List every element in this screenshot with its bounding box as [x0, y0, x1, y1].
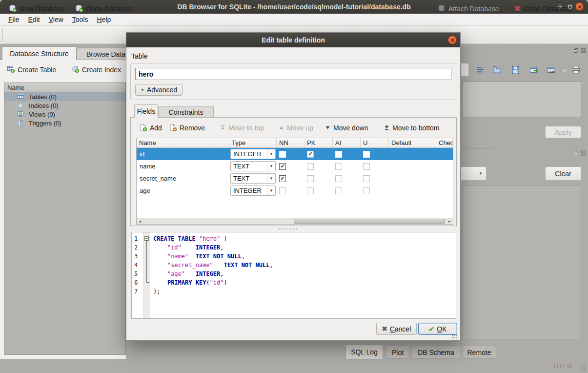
field-name-cell[interactable]: name [137, 163, 229, 170]
cell-editor-textarea[interactable] [463, 82, 581, 117]
window-resize-grip[interactable] [580, 365, 586, 371]
ai-checkbox[interactable] [335, 163, 342, 170]
bottom-tab-sql-log[interactable]: SQL Log [345, 344, 383, 359]
mode-combo-partial[interactable] [461, 63, 469, 77]
scroll-left-icon[interactable]: ◂ [137, 218, 143, 224]
dialog-splitter-handle[interactable] [278, 228, 299, 230]
scroll-right-icon[interactable]: ▸ [446, 218, 453, 224]
grid-header-ai[interactable]: AI [333, 138, 361, 147]
attach-database-button[interactable]: Attach Database [436, 2, 501, 16]
grid-header-check[interactable]: Check [436, 138, 453, 147]
table-name-input[interactable]: hero [135, 68, 451, 80]
menu-view[interactable]: View [44, 15, 68, 24]
field-name-cell[interactable]: age [137, 187, 229, 194]
field-row-age[interactable]: ageINTEGER▼ [137, 185, 453, 197]
close-icon[interactable] [575, 2, 584, 11]
tree-item-indices[interactable]: Indices (0) [4, 101, 125, 110]
grid-header-pk[interactable]: PK [304, 138, 333, 147]
pk-checkbox[interactable]: ✓ [307, 151, 314, 158]
ai-checkbox[interactable] [335, 175, 342, 182]
ok-button[interactable]: ✔ OK [418, 323, 457, 335]
advanced-button[interactable]: ▼ Advanced [135, 84, 182, 96]
tree-item-views[interactable]: Views (0) [4, 110, 125, 119]
menu-edit[interactable]: Edit [24, 15, 44, 24]
new-database-button[interactable]: New Database [7, 2, 66, 16]
field-row-id[interactable]: idINTEGER▼✓ [137, 148, 453, 160]
field-type-combo[interactable]: TEXT▼ [230, 161, 276, 171]
nn-checkbox[interactable] [279, 151, 286, 158]
sql-log-area[interactable] [463, 185, 581, 339]
field-type-combo[interactable]: TEXT▼ [230, 173, 276, 184]
field-type-combo[interactable]: INTEGER▼ [230, 186, 276, 196]
close-database-button[interactable]: ✖ Close Database [512, 2, 574, 16]
tree-item-triggers[interactable]: Triggers (0) [4, 119, 125, 127]
export-icon[interactable] [528, 64, 540, 76]
remove-field-button[interactable]: Remove [169, 122, 205, 134]
fields-grid-hscrollbar[interactable]: ◂ ▸ [137, 218, 453, 224]
tab-fields[interactable]: Fields [134, 104, 158, 118]
move-up-button[interactable]: Move up [279, 122, 313, 134]
pk-checkbox[interactable] [307, 163, 314, 170]
link-icon[interactable] [546, 64, 557, 76]
open-file-icon[interactable] [491, 64, 503, 76]
nn-checkbox[interactable] [279, 187, 286, 194]
create-table-button[interactable]: Create Table [7, 65, 56, 74]
log-filter-combo-partial[interactable]: ▼ [461, 166, 487, 181]
grid-header-u[interactable]: U [361, 138, 389, 147]
u-checkbox[interactable] [363, 187, 370, 194]
u-checkbox[interactable] [363, 151, 370, 158]
dock-float-icon[interactable] [573, 47, 579, 55]
bottom-tab-remote[interactable]: Remote [462, 346, 496, 359]
field-name-cell[interactable]: id [137, 150, 229, 158]
cancel-button[interactable]: ✖ Cancel [376, 323, 417, 335]
nn-checkbox[interactable]: ✓ [279, 163, 286, 170]
pk-checkbox[interactable] [307, 175, 314, 182]
dialog-resize-grip[interactable] [451, 334, 457, 339]
u-checkbox[interactable] [363, 163, 370, 170]
field-name-cell[interactable]: secret_name [137, 175, 229, 182]
add-field-button[interactable]: Add [139, 122, 162, 134]
dialog-close-icon[interactable]: ✕ [448, 36, 457, 44]
dock-close-icon[interactable] [581, 149, 586, 157]
field-row-secret_name[interactable]: secret_nameTEXT▼✓ [137, 172, 453, 185]
dock-float-icon[interactable] [573, 149, 579, 157]
grid-header-name[interactable]: Name [137, 138, 229, 147]
grid-header-nn[interactable]: NN [277, 138, 304, 147]
pk-checkbox[interactable] [307, 187, 314, 194]
toolbar-drag-handle[interactable] [1, 28, 4, 42]
nn-checkbox[interactable]: ✓ [279, 175, 286, 182]
dock-close-icon[interactable] [581, 47, 586, 55]
field-type-combo[interactable]: INTEGER▼ [230, 149, 276, 159]
tab-database-structure[interactable]: Database Structure [2, 46, 77, 60]
print-icon[interactable] [570, 64, 582, 76]
bottom-tab-plot[interactable]: Plot [385, 346, 410, 359]
clear-log-button[interactable]: Clear [545, 166, 581, 181]
field-row-name[interactable]: nameTEXT▼✓ [137, 160, 453, 172]
menu-tools[interactable]: Tools [68, 15, 93, 24]
move-to-top-button[interactable]: Move to top [220, 122, 264, 134]
grid-header-type[interactable]: Type [229, 138, 277, 147]
dialog-titlebar[interactable]: Edit table definition [126, 33, 460, 47]
save-file-icon[interactable] [509, 64, 521, 76]
open-database-button[interactable]: Open Database [73, 2, 136, 16]
text-mode-icon[interactable] [474, 64, 486, 76]
fold-collapse-icon[interactable]: – [144, 236, 149, 241]
move-to-bottom-button[interactable]: Move to bottom [384, 122, 440, 134]
menu-file[interactable]: File [4, 15, 24, 24]
grid-header-default[interactable]: Default [389, 138, 436, 147]
bottom-tab-db-schema[interactable]: DB Schema [412, 346, 460, 359]
hscroll-handle[interactable] [294, 219, 445, 224]
sql-preview-editor[interactable]: 1234567 – CREATE TABLE "hero" ( "id" INT… [131, 232, 456, 319]
dock-splitter-handle[interactable] [463, 147, 495, 150]
create-index-button[interactable]: Create Index [71, 65, 121, 74]
tree-item-tables[interactable]: Tables (0) [4, 92, 125, 101]
ai-checkbox[interactable] [335, 151, 342, 158]
apply-button[interactable]: Apply [545, 126, 581, 138]
open-database-icon [75, 4, 83, 14]
ai-checkbox[interactable] [335, 187, 342, 194]
move-down-button[interactable]: Move down [325, 122, 368, 134]
tab-constraints[interactable]: Constraints [158, 106, 214, 118]
tree-header-name[interactable]: Name [4, 83, 125, 92]
u-checkbox[interactable] [363, 175, 370, 182]
menu-help[interactable]: Help [93, 15, 116, 24]
